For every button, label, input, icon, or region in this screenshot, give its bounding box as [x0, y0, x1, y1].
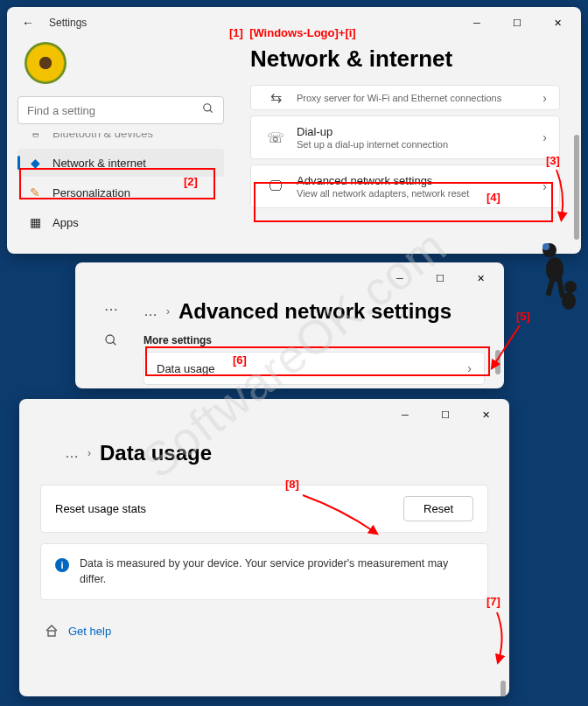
- sidebar-item-network[interactable]: ◆ Network & internet: [18, 149, 224, 177]
- maximize-button[interactable]: ☐: [497, 9, 537, 37]
- search-input[interactable]: [27, 104, 202, 117]
- sidebar-item-label: Personalization: [52, 186, 130, 199]
- minimize-button[interactable]: ─: [380, 264, 420, 292]
- svg-rect-4: [48, 631, 55, 636]
- scrollbar-thumb[interactable]: [574, 135, 579, 240]
- dialup-icon: ☏: [263, 129, 288, 146]
- sidebar-item-label: Apps: [52, 216, 79, 229]
- card-sub: View all network adapters, network reset: [297, 188, 542, 199]
- card-data-usage[interactable]: Data usage ›: [144, 352, 485, 385]
- chevron-right-icon: ›: [542, 91, 547, 105]
- help-link[interactable]: Get help: [68, 625, 111, 638]
- chevron-right-icon: ›: [166, 305, 170, 318]
- bluetooth-icon: 🖱: [28, 133, 42, 140]
- section-label: More settings: [144, 334, 504, 346]
- titlebar: ─ ☐ ✕: [19, 399, 509, 430]
- card-title: Dial-up: [297, 125, 542, 138]
- sidebar-item-apps[interactable]: ▦ Apps: [18, 208, 224, 236]
- search-box[interactable]: [18, 96, 224, 124]
- svg-point-11: [542, 243, 550, 250]
- back-button[interactable]: ←: [18, 12, 38, 33]
- card-title: Advanced network settings: [297, 174, 542, 187]
- svg-point-10: [562, 292, 576, 310]
- card-dialup[interactable]: ☏ Dial-up Set up a dial-up internet conn…: [250, 115, 560, 159]
- card-advanced-network[interactable]: 🖵 Advanced network settings View all net…: [250, 164, 560, 208]
- reset-row: Reset usage stats Reset: [40, 485, 488, 533]
- scrollbar-thumb[interactable]: [495, 350, 500, 374]
- breadcrumb-title: Data usage: [100, 441, 212, 465]
- svg-line-3: [113, 342, 116, 345]
- card-proxy[interactable]: ⇆ Proxy server for Wi-Fi and Ethernet co…: [250, 85, 560, 110]
- apps-icon: ▦: [28, 215, 42, 229]
- sidebar-item-personalization[interactable]: ✎ Personalization: [18, 178, 224, 206]
- close-button[interactable]: ✕: [466, 401, 506, 429]
- maximize-button[interactable]: ☐: [425, 401, 466, 429]
- titlebar: ─ ☐ ✕: [75, 262, 504, 294]
- reset-label: Reset usage stats: [55, 502, 403, 515]
- info-text: Data is measured by your device. Your se…: [80, 556, 473, 587]
- proxy-icon: ⇆: [263, 89, 288, 106]
- collapsed-sidebar: ⋯: [75, 301, 147, 388]
- close-button[interactable]: ✕: [537, 9, 578, 37]
- chevron-right-icon: ›: [467, 361, 472, 375]
- settings-window: ← Settings ─ ☐ ✕ 🖱 Bluetooth & devices: [7, 7, 581, 254]
- svg-rect-7: [546, 278, 556, 297]
- card-sub: Proxy server for Wi-Fi and Ethernet conn…: [297, 93, 542, 103]
- card-title: Data usage: [157, 362, 467, 375]
- chevron-right-icon: ›: [542, 179, 547, 193]
- minimize-button[interactable]: ─: [457, 9, 497, 37]
- annotation-5: [5]: [516, 310, 530, 323]
- monitor-icon: 🖵: [263, 178, 288, 194]
- help-icon: [44, 623, 60, 639]
- mascot-image: [532, 238, 584, 317]
- data-usage-window: ─ ☐ ✕ … › Data usage Reset usage stats R…: [19, 399, 509, 696]
- advanced-network-window: ─ ☐ ✕ ⋯ … › Advanced network settings Mo…: [75, 262, 504, 388]
- svg-point-2: [106, 335, 114, 343]
- sidebar-item-label: Network & internet: [52, 157, 146, 170]
- breadcrumb-back-icon[interactable]: …: [65, 445, 79, 461]
- window-title: Settings: [49, 17, 87, 29]
- more-icon[interactable]: ⋯: [104, 301, 118, 318]
- close-button[interactable]: ✕: [460, 264, 500, 292]
- svg-point-0: [204, 104, 211, 111]
- card-sub: Set up a dial-up internet connection: [297, 139, 542, 150]
- wifi-icon: ◆: [28, 156, 42, 170]
- reset-button[interactable]: Reset: [403, 496, 473, 521]
- maximize-button[interactable]: ☐: [420, 264, 460, 292]
- help-row[interactable]: Get help: [40, 623, 488, 639]
- minimize-button[interactable]: ─: [385, 401, 425, 429]
- svg-point-6: [546, 257, 564, 282]
- svg-line-1: [210, 110, 213, 113]
- brush-icon: ✎: [28, 185, 42, 199]
- sidebar-item-label: Bluetooth & devices: [52, 133, 153, 140]
- breadcrumb: … › Advanced network settings: [144, 294, 504, 324]
- content-area: Network & internet ⇆ Proxy server for Wi…: [234, 38, 581, 254]
- user-avatar[interactable]: [24, 42, 66, 84]
- info-row: i Data is measured by your device. Your …: [40, 543, 488, 600]
- chevron-right-icon: ›: [542, 130, 547, 144]
- nav-list: 🖱 Bluetooth & devices ◆ Network & intern…: [18, 133, 224, 236]
- svg-point-9: [564, 281, 577, 293]
- breadcrumb-title: Advanced network settings: [178, 299, 452, 324]
- sidebar: 🖱 Bluetooth & devices ◆ Network & intern…: [7, 38, 234, 254]
- chevron-right-icon: ›: [88, 447, 91, 459]
- search-icon[interactable]: [104, 333, 118, 351]
- page-title: Network & internet: [250, 45, 560, 73]
- search-icon: [202, 102, 214, 118]
- titlebar: ← Settings ─ ☐ ✕: [7, 7, 581, 38]
- scrollbar-thumb[interactable]: [500, 681, 506, 696]
- sidebar-item-bluetooth[interactable]: 🖱 Bluetooth & devices: [18, 133, 224, 147]
- breadcrumb: … › Data usage: [40, 436, 488, 465]
- info-icon: i: [55, 558, 69, 572]
